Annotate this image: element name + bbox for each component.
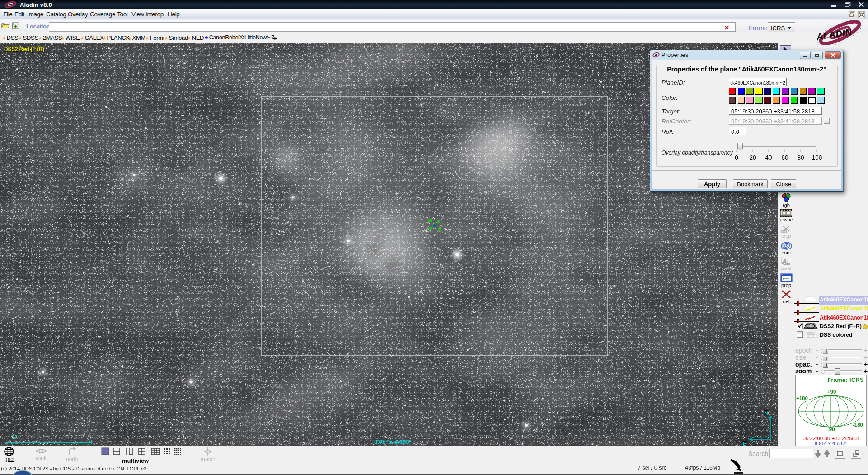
svg-text:20: 20	[749, 154, 756, 161]
svg-text:+90: +90	[827, 389, 836, 395]
svg-text:E: E	[743, 441, 746, 446]
svg-text:40: 40	[765, 154, 772, 161]
svg-text:80: 80	[797, 154, 804, 161]
svg-text:0: 0	[735, 154, 738, 161]
svg-text:100: 100	[812, 154, 822, 161]
svg-text:+180: +180	[796, 395, 808, 401]
svg-text:Frame: ICRS: Frame: ICRS	[827, 377, 864, 383]
svg-text:8.95° x 4.633°: 8.95° x 4.633°	[374, 438, 412, 445]
svg-text:60: 60	[781, 154, 788, 161]
svg-text:-90: -90	[827, 427, 835, 432]
svg-text:1°: 1°	[12, 434, 18, 440]
svg-text:N: N	[764, 410, 768, 416]
svg-text:-180: -180	[853, 422, 863, 428]
